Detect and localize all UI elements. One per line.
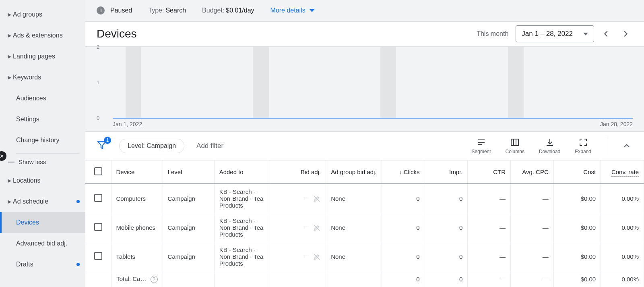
edit-disabled-icon — [313, 195, 321, 203]
sidebar-item-ad-schedule[interactable]: ▶ Ad schedule — [0, 191, 85, 212]
sidebar-item-change-history[interactable]: Change history — [0, 130, 85, 151]
col-impr[interactable]: Impr. — [425, 160, 468, 184]
row-checkbox[interactable] — [94, 223, 102, 231]
budget-label: Budget: — [202, 7, 224, 14]
col-added-to[interactable]: Added to — [214, 160, 270, 184]
expand-button[interactable]: Expand — [575, 137, 591, 154]
notification-dot — [76, 263, 80, 266]
more-details-link[interactable]: More details — [270, 7, 314, 14]
col-group-bid[interactable]: Ad group bid adj. — [326, 160, 382, 184]
cell-avg-cpc: — — [511, 242, 554, 271]
svg-line-8 — [314, 195, 320, 202]
status-budget: Budget: $0.01/day — [202, 7, 254, 14]
status-type: Type: Search — [148, 7, 186, 14]
col-conv-rate[interactable]: Conv. rate — [601, 160, 644, 184]
filter-button[interactable]: 1 — [97, 140, 107, 152]
segment-button[interactable]: Segment — [472, 137, 491, 154]
cell-cost: $0.00 — [553, 184, 601, 213]
sidebar-item-settings[interactable]: Settings — [0, 109, 85, 130]
sidebar-item-devices[interactable]: Devices — [0, 212, 85, 233]
sidebar-item-label: Audiences — [16, 95, 46, 102]
add-filter-input[interactable]: Add filter — [196, 142, 223, 150]
select-all-checkbox[interactable] — [94, 167, 102, 175]
cell-conv-rate: 0.00% — [601, 184, 644, 213]
col-clicks-label: Clicks — [404, 168, 420, 175]
sidebar-item-ad-groups[interactable]: ▶ Ad groups — [0, 4, 85, 25]
caret-right-icon: ▶ — [6, 75, 13, 80]
sidebar-item-advanced-bid-adj[interactable]: Advanced bid adj. — [0, 233, 85, 254]
cell-added-to: KB - Search - Non-Brand - Tea Products — [214, 242, 270, 271]
col-avg-cpc[interactable]: Avg. CPC — [511, 160, 554, 184]
level-chip[interactable]: Level: Campaign — [119, 139, 184, 153]
cell-ctr: — — [468, 213, 511, 242]
row-checkbox[interactable] — [94, 252, 102, 260]
help-icon[interactable]: ? — [151, 276, 158, 283]
download-button[interactable]: Download — [539, 137, 560, 154]
status-bar: ⏸ Paused Type: Search Budget: $0.01/day … — [85, 0, 644, 22]
row-select-cell — [85, 184, 111, 213]
cell-added-to: KB - Search - Non-Brand - Tea Products — [214, 213, 270, 242]
prev-period-button[interactable] — [599, 27, 613, 41]
type-value: Search — [165, 7, 186, 14]
segment-label: Segment — [472, 149, 491, 154]
table-row: TabletsCampaignKB - Search - Non-Brand -… — [85, 242, 644, 271]
sidebar-item-audiences[interactable]: Audiences — [0, 88, 85, 109]
table: Device Level Added to Bid adj. Ad group … — [85, 160, 644, 287]
total-avg-cpc: — — [511, 271, 554, 287]
cell-bid-adj[interactable]: – — [270, 213, 326, 242]
col-bid-adj[interactable]: Bid adj. — [270, 160, 326, 184]
col-level[interactable]: Level — [163, 160, 214, 184]
chart-plot[interactable] — [113, 47, 633, 119]
col-cost[interactable]: Cost — [553, 160, 601, 184]
more-details-label: More details — [270, 7, 305, 14]
collapse-button[interactable] — [621, 142, 633, 150]
next-period-button[interactable] — [618, 27, 633, 41]
cell-clicks: 0 — [382, 242, 425, 271]
date-range-picker[interactable]: Jan 1 – 28, 2022 — [516, 25, 594, 42]
col-clicks[interactable]: ↓Clicks — [382, 160, 425, 184]
show-less-label: Show less — [19, 158, 46, 165]
page-header: Devices This month Jan 1 – 28, 2022 — [85, 22, 644, 47]
cell-bid-adj[interactable]: – — [270, 184, 326, 213]
sidebar-item-label: Landing pages — [13, 53, 55, 60]
total-cost: $0.00 — [553, 271, 601, 287]
table-row: Mobile phonesCampaignKB - Search - Non-B… — [85, 213, 644, 242]
sidebar-item-label: Settings — [16, 116, 39, 123]
sidebar-item-drafts[interactable]: Drafts — [0, 254, 85, 275]
page-title: Devices — [97, 27, 137, 40]
cell-cost: $0.00 — [553, 242, 601, 271]
col-ctr[interactable]: CTR — [468, 160, 511, 184]
cell-level: Campaign — [163, 213, 214, 242]
row-checkbox[interactable] — [94, 194, 102, 202]
sidebar-item-label: Ads & extensions — [13, 32, 63, 39]
cell-impr: 0 — [425, 184, 468, 213]
cell-level: Campaign — [163, 184, 214, 213]
period-label: This month — [477, 30, 508, 37]
cell-added-to: KB - Search - Non-Brand - Tea Products — [214, 184, 270, 213]
cell-clicks: 0 — [382, 184, 425, 213]
show-less-toggle[interactable]: Show less — [0, 154, 85, 170]
x-start-label: Jan 1, 2022 — [113, 121, 142, 127]
chart-area: 2 1 0 Jan 1, 2022 Jan 28, 2022 — [85, 47, 644, 131]
sidebar-item-ads-extensions[interactable]: ▶ Ads & extensions — [0, 25, 85, 46]
x-end-label: Jan 28, 2022 — [600, 121, 633, 127]
sidebar-item-keywords[interactable]: ▶ Keywords — [0, 67, 85, 88]
status-label: Paused — [110, 7, 132, 14]
cell-bid-adj[interactable]: – — [270, 242, 326, 271]
columns-label: Columns — [506, 149, 524, 154]
cell-clicks: 0 — [382, 213, 425, 242]
sidebar-item-landing-pages[interactable]: ▶ Landing pages — [0, 46, 85, 67]
sidebar-item-label: Ad groups — [13, 11, 42, 18]
cell-conv-rate: 0.00% — [601, 213, 644, 242]
col-device[interactable]: Device — [111, 160, 163, 184]
sidebar-item-label: Ad schedule — [13, 198, 48, 205]
columns-button[interactable]: Columns — [506, 137, 524, 154]
table-row: ComputersCampaignKB - Search - Non-Brand… — [85, 184, 644, 213]
edit-disabled-icon — [313, 224, 321, 232]
svg-rect-4 — [511, 139, 518, 146]
cell-cost: $0.00 — [553, 213, 601, 242]
cell-ctr: — — [468, 242, 511, 271]
chart-axis-line — [113, 118, 633, 119]
sidebar-item-locations[interactable]: ▶ Locations — [0, 170, 85, 191]
level-chip-label: Level: Campaign — [128, 142, 176, 149]
